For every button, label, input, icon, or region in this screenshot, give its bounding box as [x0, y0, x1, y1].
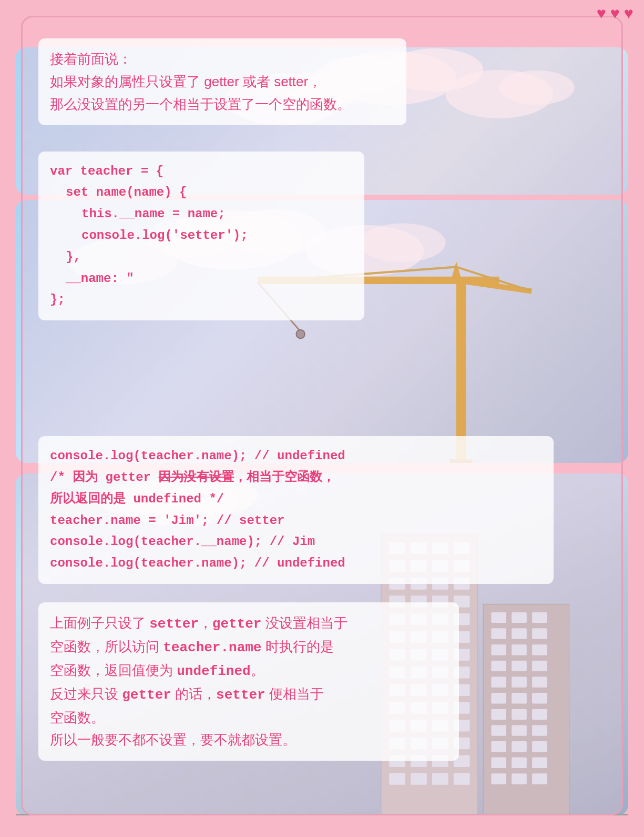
code2-line-5: console.log(teacher.__name); // Jim — [50, 531, 542, 553]
code-line-2: set name(name) { — [50, 182, 353, 204]
heart-icon-2: ♥ — [610, 5, 620, 23]
code-line-4: console.log('setter'); — [50, 225, 353, 247]
explanation-text-block: 上面例子只设了 setter，getter 没设置相当于 空函数，所以访问 te… — [38, 602, 459, 761]
intro-line3: 那么没设置的另一个相当于设置了一个空的函数。 — [50, 93, 395, 116]
intro-line1: 接着前面说： — [50, 48, 395, 70]
explanation-line6: 所以一般要不都不设置，要不就都设置。 — [50, 729, 447, 751]
main-card: 接着前面说： 如果对象的属性只设置了 getter 或者 setter， 那么没… — [21, 16, 623, 815]
explanation-line5: 空函数。 — [50, 707, 447, 729]
code2-line-6: console.log(teacher.name); // undefined — [50, 553, 542, 574]
strikethrough-text: 因为没有设置 — [158, 470, 234, 485]
code-block-1: var teacher = { set name(name) { this.__… — [38, 152, 364, 321]
intro-line2: 如果对象的属性只设置了 getter 或者 setter， — [50, 70, 395, 93]
heart-icon-3: ♥ — [624, 5, 633, 23]
code-inline-getter1: getter — [212, 616, 262, 632]
code-inline-setter1: setter — [149, 616, 199, 632]
code2-line-2: /* 因为 getter 因为没有设置，相当于空函数， — [50, 467, 542, 489]
explanation-line3: 空函数，返回值便为 undefined。 — [50, 659, 447, 683]
heart-icon-1: ♥ — [597, 5, 606, 23]
code-inline-teacher-name1: teacher.name — [163, 640, 261, 656]
code-line-7: }; — [50, 289, 353, 311]
explanation-line1: 上面例子只设了 setter，getter 没设置相当于 — [50, 612, 447, 636]
code2-line-1: console.log(teacher.name); // undefined — [50, 446, 542, 467]
code-line-3: this.__name = name; — [50, 204, 353, 225]
intro-text-block: 接着前面说： 如果对象的属性只设置了 getter 或者 setter， 那么没… — [38, 38, 406, 125]
code-inline-setter2: setter — [216, 687, 265, 703]
code2-line-3: 所以返回的是 undefined */ — [50, 489, 542, 510]
explanation-line2: 空函数，所以访问 teacher.name 时执行的是 — [50, 636, 447, 659]
page-wrapper: ♥ ♥ ♥ — [0, 0, 644, 837]
code-line-6: __name: " — [50, 268, 353, 290]
explanation-line4: 反过来只设 getter 的话，setter 便相当于 — [50, 683, 447, 707]
hearts-decoration: ♥ ♥ ♥ — [597, 5, 633, 23]
code2-line-4: teacher.name = 'Jim'; // setter — [50, 510, 542, 532]
code-line-5: }, — [50, 247, 353, 268]
code-block-2: console.log(teacher.name); // undefined … — [38, 436, 554, 584]
code-inline-undefined1: undefined — [177, 663, 250, 679]
code-inline-getter2: getter — [122, 687, 171, 703]
code-line-1: var teacher = { — [50, 161, 353, 183]
